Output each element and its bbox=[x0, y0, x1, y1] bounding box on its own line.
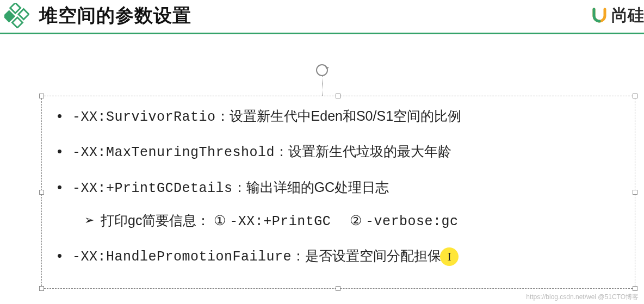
param-desc: 设置新生代中Eden和S0/S1空间的比例 bbox=[230, 108, 462, 123]
resize-handle-tr[interactable] bbox=[633, 94, 637, 98]
brand-logo: 尚硅 bbox=[590, 4, 644, 27]
sub-item: ➢ 打印gc简要信息： ① -XX:+PrintGC ② -verbose:gc bbox=[72, 210, 622, 232]
param-name: -XX:HandlePromotionFailure bbox=[72, 249, 292, 265]
separator: ： bbox=[275, 144, 288, 159]
separator: ： bbox=[292, 248, 305, 263]
param-desc: 是否设置空间分配担保 bbox=[305, 248, 441, 263]
watermark-text: https://blog.csdn.net/wei @51CTO博客 bbox=[526, 293, 639, 302]
content-textbox[interactable]: -XX:SurvivorRatio：设置新生代中Eden和S0/S1空间的比例 … bbox=[41, 96, 635, 289]
separator: ： bbox=[216, 108, 230, 123]
resize-handle-tl[interactable] bbox=[39, 94, 44, 98]
resize-handle-ml[interactable] bbox=[39, 190, 44, 195]
svg-rect-2 bbox=[4, 11, 14, 21]
svg-rect-1 bbox=[18, 9, 29, 20]
bullet-list: -XX:SurvivorRatio：设置新生代中Eden和S0/S1空间的比例 … bbox=[42, 96, 635, 287]
rotate-handle-icon[interactable] bbox=[316, 64, 328, 76]
brand-text: 尚硅 bbox=[611, 4, 644, 27]
svg-rect-0 bbox=[10, 3, 21, 13]
list-item[interactable]: -XX:MaxTenuringThreshold：设置新生代垃圾的最大年龄 bbox=[55, 141, 622, 163]
text-cursor-highlight-icon: I bbox=[440, 247, 459, 266]
sub-opt-2: -verbose:gc bbox=[366, 214, 459, 229]
circled-2-icon: ② bbox=[350, 213, 362, 228]
circled-1-icon: ① bbox=[214, 213, 226, 228]
slide-title: 堆空间的参数设置 bbox=[39, 3, 191, 28]
resize-handle-bm[interactable] bbox=[336, 286, 340, 291]
rotate-stem bbox=[322, 76, 323, 96]
resize-handle-tm[interactable] bbox=[336, 94, 340, 98]
separator: ： bbox=[233, 179, 246, 195]
param-desc: 设置新生代垃圾的最大年龄 bbox=[288, 144, 451, 159]
resize-handle-mr[interactable] bbox=[633, 190, 637, 195]
param-name: -XX:+PrintGCDetails bbox=[72, 181, 233, 196]
brand-icon bbox=[590, 6, 609, 26]
list-item[interactable]: -XX:SurvivorRatio：设置新生代中Eden和S0/S1空间的比例 bbox=[55, 106, 622, 127]
svg-rect-3 bbox=[12, 17, 22, 28]
param-name: -XX:SurvivorRatio bbox=[72, 109, 216, 125]
resize-handle-bl[interactable] bbox=[39, 286, 44, 291]
list-item[interactable]: -XX:HandlePromotionFailure：是否设置空间分配担保I bbox=[55, 246, 622, 267]
sub-marker-icon: ➢ bbox=[84, 212, 94, 229]
param-name: -XX:MaxTenuringThreshold bbox=[72, 145, 275, 160]
diamond-logo-icon bbox=[4, 3, 29, 28]
sub-lead: 打印gc简要信息： bbox=[101, 213, 210, 228]
sub-opt-1: -XX:+PrintGC bbox=[230, 214, 331, 229]
resize-handle-br[interactable] bbox=[633, 286, 637, 291]
list-item[interactable]: -XX:+PrintGCDetails：输出详细的GC处理日志 ➢ 打印gc简要… bbox=[55, 177, 622, 232]
slide-header: 堆空间的参数设置 尚硅 bbox=[0, 0, 644, 34]
param-desc: 输出详细的GC处理日志 bbox=[246, 179, 389, 195]
